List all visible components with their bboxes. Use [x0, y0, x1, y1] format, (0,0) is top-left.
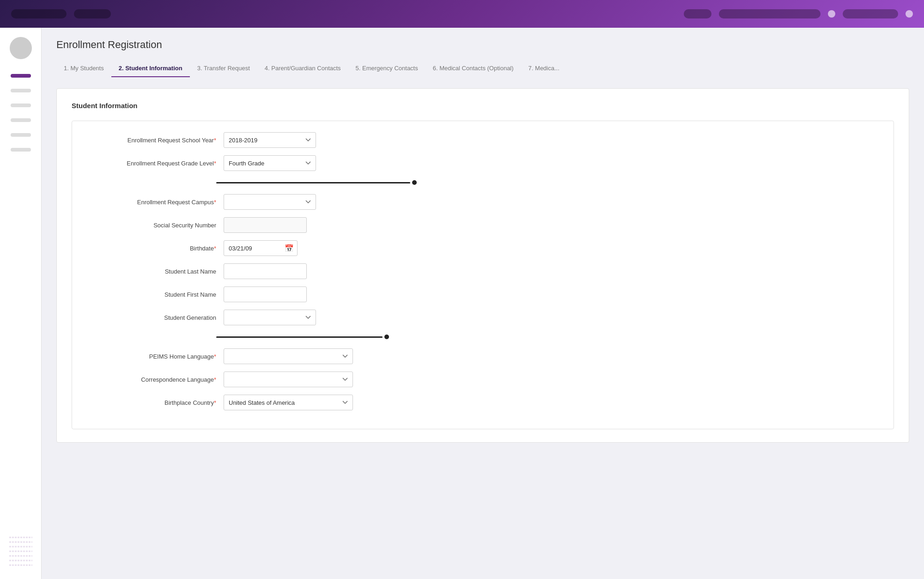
- form-card: Student Information Enrollment Request S…: [56, 88, 909, 443]
- label-birthdate: Birthdate*: [87, 245, 216, 252]
- row-last-name: Student Last Name: [87, 263, 879, 279]
- tab-student-information[interactable]: 2. Student Information: [111, 60, 190, 77]
- row-campus: Enrollment Request Campus*: [87, 194, 879, 210]
- sidebar-bar-5: [11, 133, 31, 137]
- nav-pill-4: [719, 9, 821, 18]
- divider-dot-1: [412, 180, 417, 185]
- input-ssn-wrapper: [224, 217, 307, 233]
- row-grade-level: Enrollment Request Grade Level* Fourth G…: [87, 155, 879, 171]
- row-first-name: Student First Name: [87, 286, 879, 302]
- tab-parent-guardian[interactable]: 4. Parent/Guardian Contacts: [257, 60, 348, 77]
- row-school-year: Enrollment Request School Year* 2018-201…: [87, 132, 879, 148]
- divider-1: [87, 180, 879, 185]
- label-last-name: Student Last Name: [87, 268, 216, 275]
- row-generation: Student Generation: [87, 310, 879, 325]
- label-generation: Student Generation: [87, 314, 216, 321]
- top-nav: [0, 0, 924, 28]
- nav-pill-3: [684, 9, 711, 18]
- label-birthplace-country: Birthplace Country*: [87, 399, 216, 406]
- tab-emergency-contacts[interactable]: 5. Emergency Contacts: [348, 60, 426, 77]
- sidebar-bar-3: [11, 104, 31, 107]
- divider-dot-2: [384, 335, 389, 339]
- form-inner: Enrollment Request School Year* 2018-201…: [72, 121, 894, 429]
- divider-line-1: [216, 182, 410, 183]
- tabs-bar: 1. My Students 2. Student Information 3.…: [56, 60, 909, 77]
- input-last-name[interactable]: [224, 263, 307, 279]
- sidebar-watermark: [0, 533, 41, 570]
- label-first-name: Student First Name: [87, 291, 216, 298]
- nav-dot-2: [906, 10, 913, 18]
- row-ssn: Social Security Number: [87, 217, 879, 233]
- page-title: Enrollment Registration: [56, 39, 909, 51]
- label-correspondence-language: Correspondence Language*: [87, 376, 216, 383]
- label-ssn: Social Security Number: [87, 222, 216, 229]
- select-generation[interactable]: [224, 310, 316, 325]
- select-school-year[interactable]: 2018-2019 2019-2020: [224, 132, 316, 148]
- divider-line-2: [216, 336, 383, 338]
- tab-transfer-request[interactable]: 3. Transfer Request: [190, 60, 257, 77]
- form-card-title: Student Information: [72, 102, 894, 110]
- nav-pill-5: [843, 9, 898, 18]
- row-birthplace-country: Birthplace Country* United States of Ame…: [87, 395, 879, 410]
- label-school-year: Enrollment Request School Year*: [87, 137, 216, 144]
- tab-medical-contacts[interactable]: 6. Medical Contacts (Optional): [426, 60, 521, 77]
- row-peims-language: PEIMS Home Language*: [87, 348, 879, 364]
- select-campus[interactable]: [224, 194, 316, 210]
- nav-pill-1: [11, 9, 67, 18]
- nav-dot: [828, 10, 835, 18]
- label-grade-level: Enrollment Request Grade Level*: [87, 160, 216, 167]
- sidebar-bar-1: [11, 74, 31, 78]
- select-birthplace-country[interactable]: United States of America Mexico Canada: [224, 395, 353, 410]
- row-birthdate: Birthdate* 📅: [87, 240, 879, 256]
- main-layout: Enrollment Registration 1. My Students 2…: [0, 28, 924, 579]
- select-grade-level[interactable]: Fourth Grade Fifth Grade: [224, 155, 316, 171]
- tab-my-students[interactable]: 1. My Students: [56, 60, 111, 77]
- avatar: [10, 37, 32, 59]
- input-birthdate[interactable]: [224, 240, 298, 256]
- input-ssn[interactable]: [229, 217, 302, 233]
- row-correspondence-language: Correspondence Language*: [87, 372, 879, 387]
- date-input-wrapper: 📅: [224, 240, 298, 256]
- divider-2: [87, 335, 879, 339]
- sidebar-bar-2: [11, 89, 31, 92]
- content-area: Enrollment Registration 1. My Students 2…: [42, 28, 924, 579]
- label-campus: Enrollment Request Campus*: [87, 199, 216, 206]
- tab-medica[interactable]: 7. Medica...: [521, 60, 567, 77]
- sidebar: [0, 28, 42, 579]
- nav-pill-2: [74, 9, 111, 18]
- select-peims-language[interactable]: [224, 348, 353, 364]
- sidebar-bar-6: [11, 148, 31, 152]
- sidebar-bar-4: [11, 118, 31, 122]
- select-correspondence-language[interactable]: [224, 372, 353, 387]
- label-peims-language: PEIMS Home Language*: [87, 353, 216, 360]
- input-first-name[interactable]: [224, 286, 307, 302]
